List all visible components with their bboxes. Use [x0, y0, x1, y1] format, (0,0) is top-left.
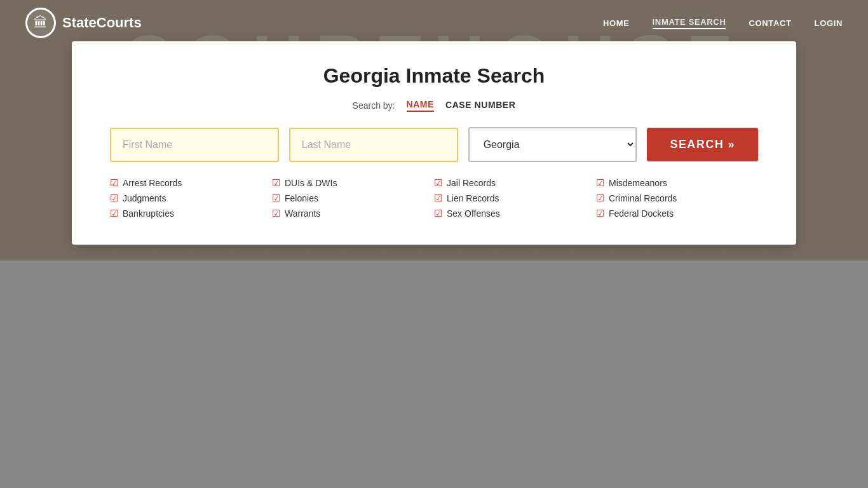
check-icon-sex-offenses: ☑ [434, 208, 442, 219]
check-sex-offenses: ☑ Sex Offenses [434, 208, 596, 219]
check-label-duis: DUIs & DWIs [285, 178, 337, 188]
check-icon-felonies: ☑ [272, 193, 280, 204]
check-label-federal: Federal Dockets [609, 208, 674, 219]
top-nav: 🏛 StateCourts HOME INMATE SEARCH CONTACT… [0, 0, 868, 46]
check-label-felonies: Felonies [285, 193, 318, 203]
search-card-title: Georgia Inmate Search [110, 64, 758, 88]
check-label-bankruptcies: Bankruptcies [123, 208, 174, 219]
nav-contact[interactable]: CONTACT [749, 18, 791, 28]
check-label-lien: Lien Records [447, 193, 499, 203]
check-duis: ☑ DUIs & DWIs [272, 177, 434, 189]
hero-section: COURTHOUSE 🏛 StateCourts HOME INMATE SEA… [0, 0, 868, 261]
check-icon-warrants: ☑ [272, 208, 280, 219]
check-misdemeanors: ☑ Misdemeanors [596, 177, 758, 189]
check-criminal: ☑ Criminal Records [596, 193, 758, 204]
check-icon-arrest: ☑ [110, 177, 118, 189]
site-name: StateCourts [62, 15, 142, 31]
check-jail-records: ☑ Jail Records [434, 177, 596, 189]
check-label-misdemeanors: Misdemeanors [609, 178, 667, 188]
nav-home[interactable]: HOME [603, 18, 630, 28]
check-label-jail: Jail Records [447, 178, 496, 188]
check-icon-criminal: ☑ [596, 193, 604, 204]
check-icon-judgments: ☑ [110, 193, 118, 204]
check-felonies: ☑ Felonies [272, 193, 434, 204]
check-label-judgments: Judgments [123, 193, 166, 203]
check-label-warrants: Warrants [285, 208, 320, 219]
check-bankruptcies: ☑ Bankruptcies [110, 208, 272, 219]
last-name-input[interactable] [289, 128, 458, 162]
first-name-input[interactable] [110, 128, 279, 162]
logo-icon: 🏛 [25, 8, 56, 38]
nav-inmate-search[interactable]: INMATE SEARCH [653, 17, 726, 29]
check-icon-jail: ☑ [434, 177, 442, 189]
check-label-criminal: Criminal Records [609, 193, 677, 203]
search-inputs: Georgia SEARCH » [110, 127, 758, 162]
check-label-arrest: Arrest Records [123, 178, 182, 188]
nav-links: HOME INMATE SEARCH CONTACT LOGIN [603, 17, 843, 29]
check-federal: ☑ Federal Dockets [596, 208, 758, 219]
check-icon-bankruptcies: ☑ [110, 208, 118, 219]
check-icon-misdemeanors: ☑ [596, 177, 604, 189]
site-logo[interactable]: 🏛 StateCourts [25, 8, 142, 38]
search-card: Georgia Inmate Search Search by: NAME CA… [72, 41, 796, 245]
check-icon-duis: ☑ [272, 177, 280, 189]
search-by-label: Search by: [353, 100, 395, 111]
nav-login[interactable]: LOGIN [815, 18, 843, 28]
check-label-sex-offenses: Sex Offenses [447, 208, 500, 219]
check-arrest-records: ☑ Arrest Records [110, 177, 272, 189]
check-judgments: ☑ Judgments [110, 193, 272, 204]
check-icon-lien: ☑ [434, 193, 442, 204]
tab-case-number[interactable]: CASE NUMBER [445, 100, 515, 111]
tab-name[interactable]: NAME [407, 99, 434, 112]
check-icon-federal: ☑ [596, 208, 604, 219]
state-select[interactable]: Georgia [468, 127, 637, 162]
search-button[interactable]: SEARCH » [647, 128, 758, 161]
search-by-row: Search by: NAME CASE NUMBER [110, 99, 758, 112]
check-lien: ☑ Lien Records [434, 193, 596, 204]
check-warrants: ☑ Warrants [272, 208, 434, 219]
checkboxes-grid: ☑ Arrest Records ☑ DUIs & DWIs ☑ Jail Re… [110, 177, 758, 219]
